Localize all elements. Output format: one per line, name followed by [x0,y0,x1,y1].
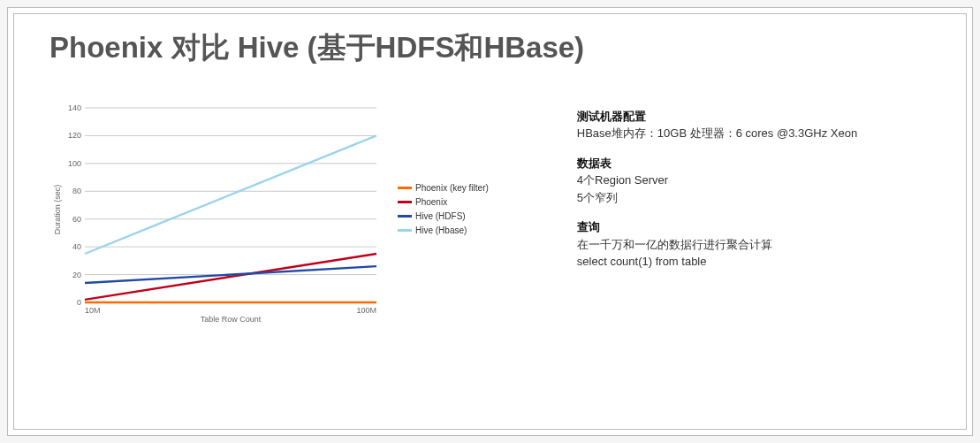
side-machine-spec: HBase堆内存：10GB 处理器：6 cores @3.3GHz Xeon [577,125,857,142]
svg-text:0: 0 [77,298,81,307]
series-line [85,254,376,300]
legend-swatch [398,187,412,189]
chart-xtick-100m: 100M [356,306,376,315]
side-narrow-cols: 5个窄列 [577,189,857,207]
side-region-server: 4个Region Server [577,172,857,189]
svg-text:100: 100 [68,158,81,167]
legend-swatch [398,201,412,203]
side-panel: 测试机器配置 HBase堆内存：10GB 处理器：6 cores @3.3GHz… [577,108,857,271]
legend-item: Phoenix [398,195,489,210]
legend-item: Hive (HDFS) [398,210,489,224]
chart-y-label: Duration (sec) [53,184,62,234]
side-query-desc: 在一千万和一亿的数据行进行聚合计算 [577,236,857,254]
side-h-machine: 测试机器配置 [577,108,857,126]
legend-label: Phoenix [415,195,447,210]
svg-text:120: 120 [68,131,81,140]
slide-inner-frame: Phoenix 对比 Hive (基于HDFS和HBase) Duration … [13,13,967,430]
chart-block: Duration (sec) 020406080100120140 10M 10… [49,90,489,329]
slide-content: Duration (sec) 020406080100120140 10M 10… [49,90,931,329]
legend-item: Phoenix (key filter) [398,181,489,195]
legend-label: Hive (HDFS) [415,210,466,224]
legend-label: Phoenix (key filter) [415,181,489,195]
slide-outer-frame: Phoenix 对比 Hive (基于HDFS和HBase) Duration … [7,7,973,436]
legend-swatch [398,229,412,232]
slide-title: Phoenix 对比 Hive (基于HDFS和HBase) [49,30,931,65]
series-line [85,135,376,254]
svg-text:140: 140 [68,103,81,112]
svg-text:60: 60 [72,214,81,223]
side-h-query: 查询 [577,218,857,236]
line-chart: Duration (sec) 020406080100120140 10M 10… [49,90,385,329]
svg-text:20: 20 [72,270,81,279]
side-h-table: 数据表 [577,155,857,172]
legend-item: Hive (Hbase) [398,224,489,238]
chart-xtick-10m: 10M [85,306,101,315]
legend-label: Hive (Hbase) [415,224,467,238]
chart-legend: Phoenix (key filter)PhoenixHive (HDFS)Hi… [398,181,489,238]
svg-text:80: 80 [72,187,81,195]
side-query-sql: select count(1) from table [577,253,857,271]
svg-text:40: 40 [72,242,81,251]
legend-swatch [398,215,412,218]
chart-x-label: Table Row Count [201,315,262,324]
